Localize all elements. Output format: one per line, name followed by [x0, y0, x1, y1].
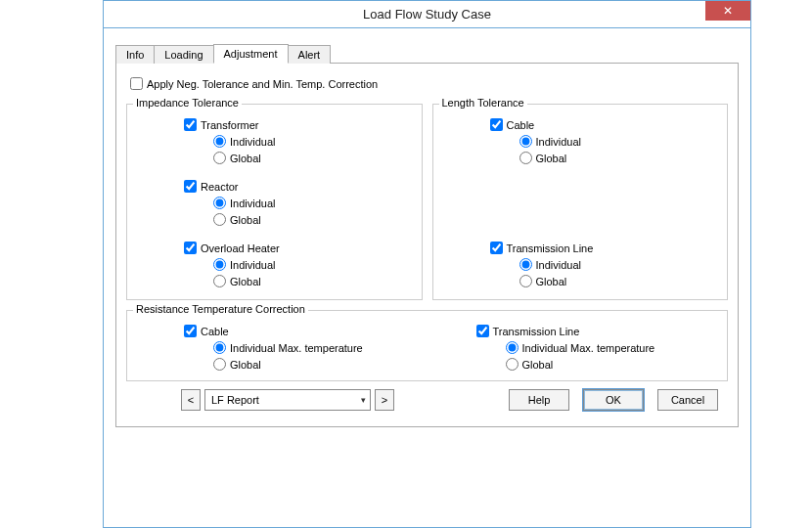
length-cable-global-radio[interactable] — [519, 152, 532, 164]
rtc-transmission-label[interactable]: Transmission Line — [493, 326, 580, 337]
rtc-transmission-global-label[interactable]: Global — [522, 359, 554, 371]
group-resistance-temp-correction: Resistance Temperature Correction Cable … — [126, 310, 728, 381]
reactor-checkbox[interactable] — [184, 180, 197, 193]
apply-neg-checkbox[interactable] — [130, 77, 143, 90]
rtc-transmission-indiv-max-radio[interactable] — [506, 341, 519, 354]
window-title: Load Flow Study Case — [363, 7, 491, 22]
length-cable-checkbox[interactable] — [490, 118, 503, 131]
length-cable-individual-label[interactable]: Individual — [536, 136, 581, 148]
overload-heater-individual-label[interactable]: Individual — [230, 259, 275, 271]
prev-icon: < — [188, 394, 194, 406]
transformer-label[interactable]: Transformer — [201, 119, 259, 131]
group-impedance-title: Impedance Tolerance — [133, 97, 242, 109]
rtc-cable-global-label[interactable]: Global — [230, 359, 261, 371]
help-button[interactable]: Help — [509, 389, 569, 411]
length-transmission-global-radio[interactable] — [519, 275, 532, 287]
transformer-individual-label[interactable]: Individual — [230, 136, 275, 148]
dialog-window: Load Flow Study Case ✕ Info Loading Adju… — [103, 0, 751, 528]
cancel-button[interactable]: Cancel — [657, 389, 718, 411]
overload-heater-global-radio[interactable] — [213, 275, 226, 287]
rtc-cable-label[interactable]: Cable — [201, 326, 229, 337]
group-impedance-tolerance: Impedance Tolerance Transformer Individu… — [126, 104, 423, 300]
titlebar: Load Flow Study Case ✕ — [104, 1, 750, 28]
apply-neg-label[interactable]: Apply Neg. Tolerance and Min. Temp. Corr… — [147, 78, 378, 90]
transformer-individual-radio[interactable] — [213, 135, 226, 148]
footer-bar: < LF Report ▾ > Help OK Cancel — [126, 389, 728, 417]
length-cable-individual-radio[interactable] — [519, 135, 532, 148]
overload-heater-individual-radio[interactable] — [213, 258, 226, 271]
report-dropdown[interactable]: LF Report ▾ — [204, 389, 371, 411]
reactor-global-radio[interactable] — [213, 213, 226, 226]
close-button[interactable]: ✕ — [705, 1, 750, 21]
length-transmission-checkbox[interactable] — [490, 242, 503, 254]
tab-panel-adjustment: Apply Neg. Tolerance and Min. Temp. Corr… — [115, 63, 739, 427]
rtc-cable-indiv-max-label[interactable]: Individual Max. temperature — [230, 342, 363, 354]
rtc-transmission-checkbox[interactable] — [476, 325, 489, 337]
rtc-cable-indiv-max-radio[interactable] — [213, 341, 226, 354]
transformer-global-radio[interactable] — [213, 152, 226, 164]
next-button[interactable]: > — [375, 389, 394, 411]
report-dropdown-value: LF Report — [211, 394, 259, 406]
reactor-label[interactable]: Reactor — [201, 181, 239, 193]
overload-heater-global-label[interactable]: Global — [230, 276, 261, 287]
length-cable-global-label[interactable]: Global — [536, 153, 567, 164]
reactor-individual-label[interactable]: Individual — [230, 198, 275, 209]
length-cable-label[interactable]: Cable — [507, 119, 535, 131]
tab-loading[interactable]: Loading — [154, 45, 213, 64]
apply-neg-row: Apply Neg. Tolerance and Min. Temp. Corr… — [130, 75, 728, 92]
rtc-transmission-global-radio[interactable] — [506, 358, 519, 371]
reactor-individual-radio[interactable] — [213, 197, 226, 209]
rtc-cable-global-radio[interactable] — [213, 358, 226, 371]
prev-button[interactable]: < — [181, 389, 201, 411]
tab-alert[interactable]: Alert — [288, 45, 332, 64]
length-transmission-individual-label[interactable]: Individual — [536, 259, 581, 271]
ok-button[interactable]: OK — [583, 389, 644, 411]
reactor-global-label[interactable]: Global — [230, 214, 261, 226]
tab-info[interactable]: Info — [115, 45, 155, 64]
rtc-transmission-indiv-max-label[interactable]: Individual Max. temperature — [522, 342, 655, 354]
group-rtc-title: Resistance Temperature Correction — [133, 303, 308, 315]
length-transmission-global-label[interactable]: Global — [536, 276, 567, 287]
next-icon: > — [382, 394, 387, 406]
transformer-checkbox[interactable] — [184, 118, 197, 131]
group-length-title: Length Tolerance — [439, 97, 527, 109]
dialog-body: Info Loading Adjustment Alert Apply Neg.… — [104, 28, 750, 439]
tab-adjustment[interactable]: Adjustment — [213, 44, 289, 64]
tabstrip: Info Loading Adjustment Alert — [115, 43, 739, 63]
length-transmission-individual-radio[interactable] — [519, 258, 532, 271]
overload-heater-checkbox[interactable] — [184, 242, 197, 254]
rtc-cable-checkbox[interactable] — [184, 325, 197, 337]
length-transmission-label[interactable]: Transmission Line — [507, 242, 594, 254]
close-icon: ✕ — [723, 4, 733, 18]
chevron-down-icon: ▾ — [361, 395, 366, 405]
group-length-tolerance: Length Tolerance Cable Individual — [432, 104, 729, 300]
transformer-global-label[interactable]: Global — [230, 153, 261, 164]
overload-heater-label[interactable]: Overload Heater — [201, 242, 280, 254]
